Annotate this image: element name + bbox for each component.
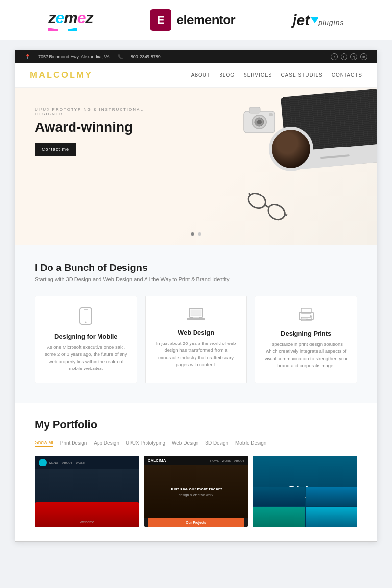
service-web-desc: In just about 20 years the world of web … [154,340,238,368]
pc1-nav: MENUABOUTWORK [49,461,85,464]
filter-app-design[interactable]: App Design [94,439,119,447]
elementor-icon: E [150,9,172,31]
hero-section: UI/UX PROTOTYPING & INSTRUCTIONAL DESIGN… [15,88,377,245]
jet-text: jetplugins [293,12,343,28]
laptop-icon [154,307,238,324]
portfolio-item-1[interactable]: MENUABOUTWORK Reach for the sky to great… [35,456,139,527]
pc2-cta: Our Projects [148,518,245,527]
elementor-logo: E elementor [150,9,235,31]
topbar-social: f t g in [331,53,367,60]
nav-contacts[interactable]: CONTACTS [332,73,362,78]
social-linkedin-icon[interactable]: in [360,53,367,60]
filter-print-design[interactable]: Print Design [60,439,87,447]
topbar-left: 📍 7057 Richmond Hwy, Alexandria, VA 📞 80… [25,54,161,59]
nav-links: ABOUT BLOG SERVICES CASE STUDIES CONTACT… [191,73,362,78]
svg-rect-16 [191,310,201,316]
hero-subtitle: UI/UX PROTOTYPING & INSTRUCTIONAL DESIGN… [35,107,162,116]
location-icon: 📍 [25,54,30,59]
nav-logo: MALCOLMY [30,70,93,80]
filter-mobile-design[interactable]: Mobile Design [235,439,266,447]
services-heading: I Do a Bunch of Designs [35,262,357,273]
brand-bar: zemez E elementor jetplugins [0,0,392,40]
topbar-phone: 800-2345-8789 [131,54,161,59]
zemes-logo: zemez [48,9,93,31]
svg-point-8 [266,201,288,222]
svg-point-5 [256,119,258,121]
portfolio-item-2[interactable]: CALCIMA HOMEWORKABOUT Just see our most … [144,456,248,527]
social-google-icon[interactable]: g [350,53,357,60]
svg-line-11 [285,213,291,218]
hero-dot-1[interactable] [191,232,194,236]
mobile-icon [44,307,128,328]
portfolio-section: My Portfolio Show all Print Design App D… [15,403,377,541]
hero-pagination [191,232,201,236]
social-facebook-icon[interactable]: f [331,53,338,60]
nav-services[interactable]: SERVICES [244,73,272,78]
hero-dot-2[interactable] [198,232,201,236]
service-print-name: Designing Prints [264,330,348,337]
service-card-print: Designing Prints I specialize in print d… [255,296,357,383]
zemes-text: zemez [48,9,93,27]
main-wrapper: 📍 7057 Richmond Hwy, Alexandria, VA 📞 80… [0,40,392,557]
svg-rect-1 [249,107,260,113]
svg-line-9 [265,205,269,208]
pc1-logo [39,459,47,466]
jet-arrow-icon [311,17,318,23]
pc2-header: CALCIMA HOMEWORKABOUT [144,456,248,465]
pc1-label: Welcome [80,520,94,524]
site-mockup: 📍 7057 Richmond Hwy, Alexandria, VA 📞 80… [15,50,377,542]
pc3-thumb-1 [253,487,304,506]
pc2-title: Just see our most recent [149,487,244,491]
site-topbar: 📍 7057 Richmond Hwy, Alexandria, VA 📞 80… [15,50,377,63]
phone-icon: 📞 [118,54,123,59]
pc2-sub2: design & creative work [149,493,244,497]
service-card-web: Web Design In just about 20 years the wo… [145,296,247,383]
services-grid: Designing for Mobile As one Microsoft ex… [35,296,357,383]
pc3-thumb-3 [253,507,304,527]
pc2-logo: CALCIMA [148,458,166,463]
svg-rect-6 [269,113,273,116]
svg-point-22 [310,315,312,317]
jet-logo: jetplugins [293,12,343,28]
filter-3d-design[interactable]: 3D Design [205,439,228,447]
portfolio-grid: MENUABOUTWORK Reach for the sky to great… [35,456,357,527]
social-twitter-icon[interactable]: t [341,53,347,60]
topbar-address: 7057 Richmond Hwy, Alexandria, VA [38,54,110,59]
pc3-thumb-4 [306,507,357,527]
nav-blog[interactable]: BLOG [219,73,235,78]
pc2-projects: Our Projects [186,521,206,524]
svg-rect-18 [193,317,199,318]
portfolio-filters: Show all Print Design App Design UI/UX P… [35,439,357,447]
pc2-hero: Just see our most recent design & creati… [144,465,248,518]
zemes-underline [48,28,77,31]
hero-text-area: UI/UX PROTOTYPING & INSTRUCTIONAL DESIGN… [35,107,162,156]
printer-icon [264,307,348,325]
nav-about[interactable]: ABOUT [191,73,210,78]
nav-case-studies[interactable]: CASE STUDIES [281,73,322,78]
service-print-desc: I specialize in print design solutions w… [264,341,348,369]
site-nav: MALCOLMY ABOUT BLOG SERVICES CASE STUDIE… [15,63,377,88]
pc1-header: MENUABOUTWORK [35,456,139,469]
service-card-mobile: Designing for Mobile As one Microsoft ex… [35,296,137,383]
elementor-text: elementor [176,12,235,27]
services-section: I Do a Bunch of Designs Starting with 3D… [15,245,377,403]
service-mobile-name: Designing for Mobile [44,333,128,340]
hero-title: Award-winning [35,120,162,135]
svg-line-10 [245,190,251,195]
service-web-name: Web Design [154,329,238,336]
pc3-thumb-2 [306,487,357,506]
pc2-nav: HOMEWORKABOUT [210,459,244,462]
filter-show-all[interactable]: Show all [35,439,53,447]
pc3-overlay [253,487,357,527]
service-mobile-desc: As one Microsoft executive once said, so… [44,344,128,372]
services-subheading: Starting with 3D Design and Web Design a… [35,276,357,282]
hero-glasses-decoration [243,190,291,223]
filter-ux-prototyping[interactable]: UI/UX Prototyping [126,439,165,447]
portfolio-item-3[interactable]: Diving ALL THE BEAUTY IN THE WATER [253,456,357,527]
filter-web-design[interactable]: Web Design [172,439,198,447]
hero-cta-button[interactable]: Contact me [35,143,76,156]
hero-coffee-decoration [269,127,313,171]
svg-point-14 [85,322,87,323]
portfolio-heading: My Portfolio [35,418,357,431]
svg-rect-17 [187,318,205,320]
